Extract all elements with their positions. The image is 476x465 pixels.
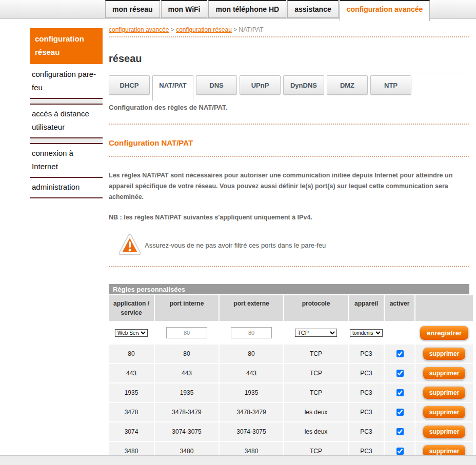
rules-table: application / service port interne port … xyxy=(108,294,474,461)
sidebar-spacer xyxy=(30,138,103,144)
activer-cell xyxy=(385,422,414,441)
activer-checkbox[interactable] xyxy=(396,350,404,357)
sidebar-item-administration[interactable]: administration xyxy=(30,178,103,198)
port-interne-cell: 3478-3479 xyxy=(155,403,219,421)
rule-row: 193519351935TCPPC3supprimer xyxy=(109,383,473,402)
footer-bar xyxy=(0,455,476,465)
rules-table-header-row: application / service port interne port … xyxy=(109,295,473,321)
activer-cell xyxy=(385,345,414,363)
application-service-select[interactable]: Web Serv xyxy=(115,329,148,337)
actions-cell: supprimer xyxy=(415,364,473,382)
appareil-cell: PC3 xyxy=(349,345,384,363)
supprimer-button[interactable]: supprimer xyxy=(423,386,466,399)
protocole-cell: TCP xyxy=(284,383,348,402)
dotted-divider xyxy=(109,266,469,267)
description-text: Les règles NAT/PAT sont nécessaires pour… xyxy=(109,170,469,203)
activer-checkbox[interactable] xyxy=(396,370,404,377)
column-header-actions xyxy=(415,295,473,321)
rules-table-section: Règles personnalisées application / serv… xyxy=(109,284,469,461)
appareil-cell: PC3 xyxy=(349,364,384,382)
subtab-dhcp[interactable]: DHCP xyxy=(109,75,150,95)
activer-checkbox[interactable] xyxy=(396,409,404,416)
rule-row: 34783478-34793478-3479les deuxPC3supprim… xyxy=(109,403,473,421)
port-externe-cell: 3478-3479 xyxy=(220,403,283,421)
breadcrumb: configuration avancée > configuration ré… xyxy=(109,22,469,36)
activer-cell xyxy=(385,383,414,402)
column-header-appareil: appareil xyxy=(349,295,384,321)
application-cell: 3074 xyxy=(109,422,154,441)
protocole-cell: TCP xyxy=(284,364,348,382)
activer-cell xyxy=(385,403,414,421)
appareil-cell: PC3 xyxy=(349,383,384,402)
breadcrumb-link-configuration-avancee[interactable]: configuration avancée xyxy=(109,26,169,33)
port-externe-cell: 80 xyxy=(220,345,283,363)
sidebar-item-acces-a-distance-utilisateur[interactable]: accès à distance utilisateur xyxy=(30,105,103,138)
warning-banner: Assurez-vous de ne pas avoir filtré ces … xyxy=(119,234,469,256)
top-tab-mon-telephone-hd[interactable]: mon téléphone HD xyxy=(208,0,286,18)
port-externe-cell: 443 xyxy=(220,364,283,382)
subtab-upnp[interactable]: UPnP xyxy=(240,75,281,95)
top-tab-assistance[interactable]: assistance xyxy=(287,0,339,18)
sidebar-item-connexion-a-internet[interactable]: connexion à Internet xyxy=(30,144,103,178)
dotted-divider xyxy=(109,156,469,157)
breadcrumb-separator: > xyxy=(233,26,237,33)
application-cell: 443 xyxy=(109,364,154,382)
port-interne-cell: 3074-3075 xyxy=(155,422,219,441)
actions-cell: supprimer xyxy=(415,345,473,363)
top-tab-mon-reseau[interactable]: mon réseau xyxy=(105,0,160,18)
warning-triangle-icon xyxy=(119,234,141,256)
enregistrer-button[interactable]: enregistrer xyxy=(420,326,469,340)
activer-checkbox[interactable] xyxy=(396,389,404,396)
sidebar-item-configuration-reseau[interactable]: configuration réseau xyxy=(30,28,103,64)
activer-checkbox[interactable] xyxy=(396,448,404,455)
port-externe-input[interactable] xyxy=(231,327,272,338)
actions-cell: supprimer xyxy=(415,403,473,421)
application-cell: 1935 xyxy=(109,383,154,402)
new-rule-form-row: Web Serv TCP tomdenis xyxy=(109,322,473,343)
protocole-select[interactable]: TCP xyxy=(295,329,337,337)
subtab-nat-pat[interactable]: NAT/PAT xyxy=(152,75,193,101)
appareil-select[interactable]: tomdenis xyxy=(350,329,383,337)
protocole-cell: les deux xyxy=(284,403,348,421)
supprimer-button[interactable]: supprimer xyxy=(423,425,466,438)
main-content: configuration avancée > configuration ré… xyxy=(109,22,469,461)
top-tab-mon-wifi[interactable]: mon WiFi xyxy=(161,0,208,18)
port-interne-cell: 443 xyxy=(155,364,219,382)
subtab-dns[interactable]: DNS xyxy=(196,75,237,95)
activer-cell xyxy=(385,364,414,382)
rules-table-title: Règles personnalisées xyxy=(109,284,469,294)
subtab-dyndns[interactable]: DynDNS xyxy=(283,75,324,95)
supprimer-button[interactable]: supprimer xyxy=(423,347,466,360)
rule-row: 808080TCPPC3supprimer xyxy=(109,345,473,363)
breadcrumb-separator: > xyxy=(171,26,174,33)
subtab-strip: DHCPNAT/PATDNSUPnPDynDNSDMZNTP xyxy=(109,72,469,100)
subtab-ntp[interactable]: NTP xyxy=(370,75,411,95)
column-header-port-interne: port interne xyxy=(155,295,219,321)
protocole-cell: TCP xyxy=(284,345,348,363)
column-header-activer: activer xyxy=(385,295,414,321)
subtab-dmz[interactable]: DMZ xyxy=(327,75,368,95)
breadcrumb-link-configuration-reseau[interactable]: configuration réseau xyxy=(176,26,232,33)
breadcrumb-current: NAT/PAT xyxy=(239,26,264,33)
supprimer-button[interactable]: supprimer xyxy=(423,406,466,419)
actions-cell: supprimer xyxy=(415,383,473,402)
note-text: NB : les règles NAT/PAT suivantes s'appl… xyxy=(109,214,469,221)
top-tabs: mon réseaumon WiFimon téléphone HDassist… xyxy=(105,0,431,21)
port-interne-cell: 80 xyxy=(155,345,219,363)
page-title: réseau xyxy=(109,53,469,65)
subtab-caption: Configuration des règles de NAT/PAT. xyxy=(109,104,469,111)
rule-row: 30743074-30753074-3075les deuxPC3supprim… xyxy=(109,422,473,441)
rule-row: 443443443TCPPC3supprimer xyxy=(109,364,473,382)
port-interne-cell: 1935 xyxy=(155,383,219,402)
actions-cell: supprimer xyxy=(415,422,473,441)
activer-checkbox[interactable] xyxy=(396,428,404,435)
top-tab-configuration-avancee[interactable]: configuration avancée xyxy=(340,0,430,21)
supprimer-button[interactable]: supprimer xyxy=(423,367,466,380)
port-interne-input[interactable] xyxy=(166,327,207,338)
appareil-cell: PC3 xyxy=(349,422,384,441)
port-externe-cell: 1935 xyxy=(220,383,283,402)
application-cell: 80 xyxy=(109,345,154,363)
sidebar-item-configuration-pare-feu[interactable]: configuration pare-feu xyxy=(30,65,103,99)
column-header-protocole: protocole xyxy=(284,295,348,321)
warning-text: Assurez-vous de ne pas avoir filtré ces … xyxy=(145,241,326,249)
